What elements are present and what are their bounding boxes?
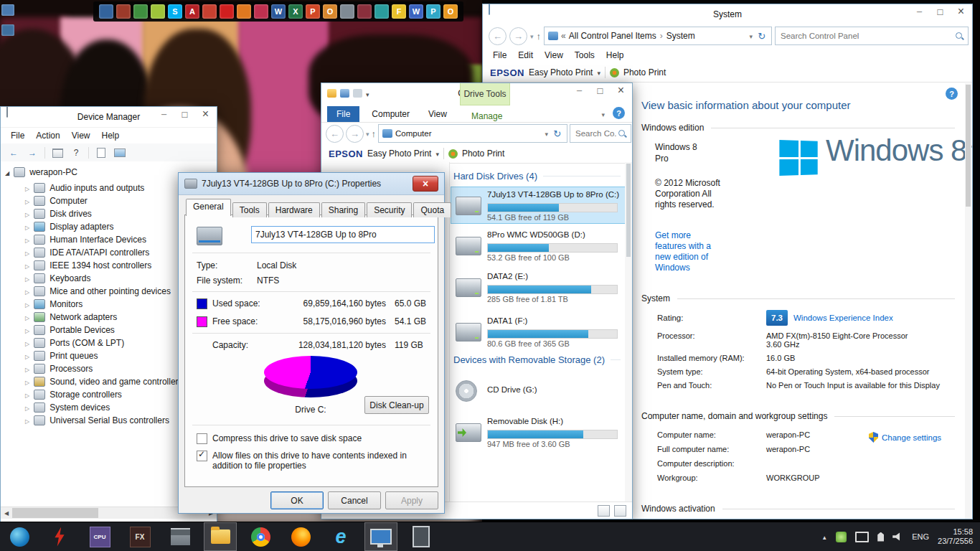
- expander-icon[interactable]: [25, 222, 29, 232]
- photo-print-button[interactable]: Photo Print: [462, 149, 504, 159]
- taskbar-app-icon[interactable]: [244, 522, 277, 551]
- compress-label[interactable]: Compress this drive to save disk space: [212, 433, 362, 443]
- minimize-button[interactable]: [154, 107, 174, 121]
- close-button[interactable]: [611, 83, 631, 98]
- taskbar-app-icon[interactable]: [164, 522, 197, 551]
- quicklaunch-icon[interactable]: [202, 4, 217, 19]
- quicklaunch-icon[interactable]: P: [426, 4, 440, 19]
- dropdown-caret-icon[interactable]: [597, 67, 600, 77]
- vertical-scrollbar[interactable]: [965, 83, 971, 519]
- forward-button[interactable]: [509, 27, 527, 45]
- quicklaunch-icon[interactable]: [116, 4, 131, 19]
- forward-button[interactable]: [346, 125, 364, 143]
- search-input[interactable]: [779, 31, 955, 41]
- change-settings-link[interactable]: Change settings: [882, 433, 941, 442]
- quicklaunch-icon[interactable]: F: [392, 4, 406, 19]
- taskbar-app-icon[interactable]: FX: [123, 522, 156, 551]
- ribbon-tab[interactable]: File: [327, 106, 359, 122]
- dialog-tab[interactable]: Tools: [232, 202, 267, 217]
- expander-icon[interactable]: [25, 299, 29, 309]
- refresh-icon[interactable]: [551, 128, 563, 139]
- dialog-tab[interactable]: Sharing: [321, 202, 365, 217]
- menu-item[interactable]: File: [487, 49, 512, 62]
- back-icon[interactable]: ←: [5, 145, 22, 161]
- quicklaunch-icon[interactable]: W: [409, 4, 423, 19]
- ribbon-tab[interactable]: View: [419, 106, 456, 122]
- menu-item[interactable]: Help: [96, 129, 126, 142]
- refresh-icon[interactable]: [755, 31, 768, 42]
- taskbar-app-icon[interactable]: CPU: [83, 522, 116, 551]
- expander-icon[interactable]: [25, 248, 29, 258]
- disk-cleanup-button[interactable]: Disk Clean-up: [364, 396, 429, 414]
- expander-icon[interactable]: [25, 351, 29, 361]
- quicklaunch-icon[interactable]: [220, 4, 234, 19]
- drive-item[interactable]: DATA2 (E:) 285 GB free of 1.81 TB: [451, 268, 626, 306]
- easy-photo-print-button[interactable]: Easy Photo Print: [529, 67, 593, 77]
- close-button[interactable]: [195, 107, 216, 121]
- antivirus-tray-icon[interactable]: [836, 532, 847, 542]
- desktop-shortcut-icon[interactable]: [1, 4, 14, 16]
- forward-icon[interactable]: →: [24, 145, 41, 161]
- expander-icon[interactable]: [25, 377, 29, 387]
- index-label[interactable]: Allow files on this drive to have conten…: [212, 451, 428, 471]
- expander-icon[interactable]: [25, 312, 29, 322]
- compress-checkbox[interactable]: [197, 433, 207, 444]
- taskbar-app-icon[interactable]: [284, 522, 317, 551]
- quicklaunch-icon[interactable]: P: [306, 4, 320, 19]
- back-button[interactable]: [326, 125, 344, 143]
- hidden-icons-arrow-icon[interactable]: [821, 532, 827, 542]
- breadcrumb-current[interactable]: Computer: [395, 129, 432, 138]
- back-button[interactable]: [489, 27, 507, 45]
- quicklaunch-icon[interactable]: [133, 4, 148, 19]
- expander-icon[interactable]: [25, 260, 29, 270]
- scroll-left-icon[interactable]: [1, 507, 12, 519]
- search-icon[interactable]: [618, 129, 627, 138]
- quicklaunch-icon[interactable]: S: [168, 4, 182, 19]
- close-button[interactable]: [951, 4, 971, 19]
- history-dropdown-icon[interactable]: [366, 128, 369, 138]
- ribbon-tab[interactable]: Manage: [462, 105, 512, 128]
- get-more-features-link[interactable]: Get more features with a new edition of …: [655, 230, 724, 273]
- minimize-button[interactable]: [569, 83, 590, 98]
- menu-item[interactable]: Action: [30, 129, 65, 142]
- thumbnail-view-icon[interactable]: [614, 505, 626, 517]
- display-tray-icon[interactable]: [855, 532, 869, 542]
- maximize-button[interactable]: [590, 83, 611, 98]
- ok-button[interactable]: OK: [270, 491, 324, 509]
- taskbar-app-icon[interactable]: [364, 522, 397, 551]
- dialog-tab[interactable]: Hardware: [268, 202, 320, 217]
- expander-icon[interactable]: [25, 286, 29, 296]
- menu-item[interactable]: Help: [600, 49, 630, 62]
- menu-item[interactable]: File: [5, 129, 30, 142]
- quicklaunch-icon[interactable]: O: [443, 4, 458, 19]
- maximize-button[interactable]: [174, 107, 195, 121]
- photo-print-button[interactable]: Photo Print: [623, 67, 666, 77]
- group-header-hard-disks[interactable]: Hard Disk Drives (4): [453, 171, 537, 182]
- console-tree-icon[interactable]: [49, 145, 66, 161]
- quicklaunch-icon[interactable]: A: [185, 4, 199, 19]
- expander-icon[interactable]: [25, 273, 29, 283]
- menu-item[interactable]: View: [539, 49, 569, 62]
- minimize-button[interactable]: [909, 4, 930, 19]
- group-header-removable[interactable]: Devices with Removable Storage (2): [453, 354, 605, 365]
- vertical-scrollbar[interactable]: [625, 162, 632, 502]
- address-dropdown-icon[interactable]: [545, 129, 549, 138]
- taskbar-app-icon[interactable]: [405, 522, 438, 551]
- dialog-tab[interactable]: Security: [367, 202, 412, 217]
- close-button[interactable]: [413, 176, 438, 192]
- help-icon[interactable]: [946, 88, 958, 100]
- drive-item[interactable]: 7July13 VT4-128GB Up to 8Pro (C:) 54.1 G…: [451, 187, 626, 224]
- removable-item[interactable]: CD Drive (G:): [451, 375, 626, 408]
- drive-item[interactable]: DATA1 (F:) 80.6 GB free of 365 GB: [451, 313, 626, 350]
- quicklaunch-icon[interactable]: [254, 4, 268, 19]
- up-button[interactable]: [537, 28, 542, 44]
- ribbon-collapse-icon[interactable]: [601, 109, 605, 119]
- expander-icon[interactable]: [25, 390, 29, 400]
- taskbar-app-icon[interactable]: [3, 522, 36, 551]
- up-button[interactable]: [372, 126, 377, 141]
- expander-icon[interactable]: [25, 364, 29, 374]
- quicklaunch-icon[interactable]: [151, 4, 165, 19]
- quicklaunch-icon[interactable]: [99, 4, 113, 19]
- menu-item[interactable]: Tools: [569, 49, 600, 62]
- expander-icon[interactable]: [25, 325, 29, 335]
